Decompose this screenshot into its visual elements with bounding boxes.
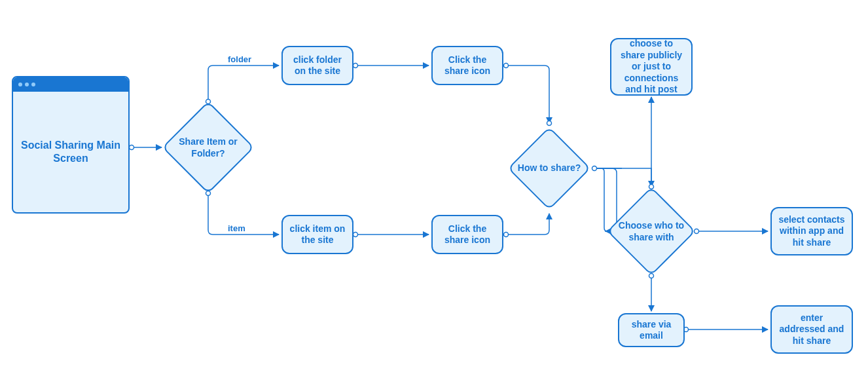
box-enter-address: enter addressed and hit share — [770, 305, 853, 354]
svg-point-14 — [695, 229, 699, 234]
box-select-contacts: select contacts within app and hit share — [770, 207, 853, 255]
box-select-contacts-label: select contacts within app and hit share — [778, 214, 845, 249]
box-click-item-label: click item on the site — [289, 223, 346, 246]
box-share-email-label: share via email — [626, 319, 677, 342]
svg-point-9 — [504, 233, 509, 237]
start-screen-node: Social Sharing Main Screen — [12, 76, 130, 214]
decision-how-share: How to share? — [507, 126, 590, 210]
window-titlebar — [13, 77, 128, 92]
edge-label-folder: folder — [228, 54, 251, 64]
box-share-icon-top-label: Click the share icon — [439, 54, 496, 77]
decision-choose-who-label: Choose who to share with — [612, 220, 691, 243]
box-share-icon-top: Click the share icon — [431, 46, 503, 85]
svg-point-3 — [206, 191, 211, 196]
box-click-item: click item on the site — [281, 215, 353, 254]
window-dot-icon — [25, 83, 29, 86]
box-click-folder: click folder on the site — [281, 46, 353, 85]
svg-point-11 — [547, 121, 552, 126]
edge-label-item: item — [228, 223, 245, 233]
box-public-post: choose to share publicly or just to conn… — [610, 38, 693, 96]
flowchart-canvas: Social Sharing Main Screen Share Item or… — [0, 0, 868, 376]
svg-point-12 — [649, 185, 654, 189]
decision-choose-who: Choose who to share with — [607, 187, 696, 276]
box-share-icon-bottom: Click the share icon — [431, 215, 503, 254]
start-title: Social Sharing Main Screen — [20, 139, 122, 165]
svg-point-16 — [649, 274, 654, 278]
svg-point-6 — [353, 233, 358, 237]
window-dot-icon — [18, 83, 22, 86]
box-enter-address-label: enter addressed and hit share — [778, 312, 845, 347]
box-share-icon-bottom-label: Click the share icon — [439, 223, 496, 246]
start-body: Social Sharing Main Screen — [13, 92, 128, 212]
svg-point-8 — [504, 64, 509, 68]
window-dot-icon — [31, 83, 35, 86]
decision-share-type: Share Item or Folder? — [162, 101, 254, 193]
svg-point-10 — [592, 166, 597, 171]
svg-point-0 — [130, 145, 134, 150]
box-click-folder-label: click folder on the site — [289, 54, 346, 77]
svg-point-4 — [353, 64, 358, 68]
box-share-email: share via email — [618, 313, 685, 347]
box-public-post-label: choose to share publicly or just to conn… — [618, 38, 685, 96]
decision-how-share-label: How to share? — [513, 162, 585, 174]
decision-share-type-label: Share Item or Folder? — [166, 136, 251, 159]
